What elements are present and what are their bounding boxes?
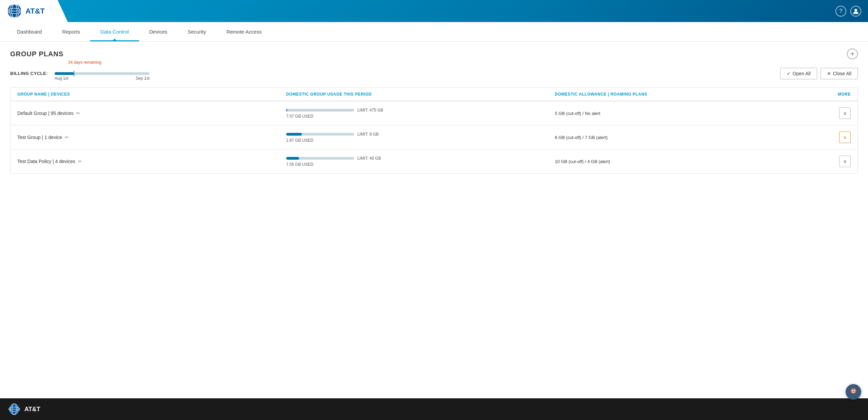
main-content: GROUP PLANS + BILLING CYCLE: 24 days rem… (0, 42, 868, 398)
usage-limit: LIMIT: 475 GB (357, 108, 383, 113)
add-group-button[interactable]: + (847, 48, 858, 59)
att-logo (7, 3, 22, 19)
brand-name: AT&T (25, 7, 45, 16)
billing-left: BILLING CYCLE: 24 days remaining Aug 1st… (10, 66, 150, 81)
usage-bar (286, 157, 354, 160)
table-row: Test Data Policy | 4 devices ✏ LIMIT: 40… (11, 149, 857, 173)
chat-fab-button[interactable] (846, 384, 861, 400)
expand-button-default[interactable]: ∨ (839, 107, 851, 119)
billing-actions: ✓ Open All ✕ Close All (780, 68, 858, 79)
checkmark-icon: ✓ (787, 71, 791, 76)
svg-point-5 (854, 9, 857, 12)
usage-bar-fill (286, 109, 287, 112)
chat-icon (849, 387, 858, 396)
edit-icon[interactable]: ✏ (65, 135, 69, 140)
svg-point-12 (852, 390, 853, 391)
col-header-usage: DOMESTIC GROUP USAGE THIS PERIOD (286, 92, 555, 97)
edit-icon[interactable]: ✏ (76, 111, 80, 116)
billing-start-date: Aug 1st (55, 76, 68, 81)
usage-bar-row: LIMIT: 40 GB (286, 156, 555, 161)
billing-bar-fill (55, 72, 74, 75)
group-name-policy: Test Data Policy | 4 devices ✏ (17, 159, 286, 164)
open-all-label: Open All (793, 71, 811, 76)
col-header-more: MORE (824, 92, 851, 97)
usage-used: 7.55 GB USED (286, 162, 555, 167)
usage-bar (286, 133, 354, 136)
usage-used: 1.87 GB USED (286, 138, 555, 143)
billing-bar-marker (74, 71, 74, 76)
usage-bar-row: LIMIT: 475 GB (286, 108, 555, 113)
nav-item-data-control[interactable]: Data Control (90, 22, 139, 41)
open-all-button[interactable]: ✓ Open All (780, 68, 817, 79)
table-header: GROUP NAME | DEVICES DOMESTIC GROUP USAG… (11, 88, 857, 101)
page-title: GROUP PLANS (10, 50, 63, 58)
nav-item-dashboard[interactable]: Dashboard (7, 22, 52, 41)
usage-cell-default: LIMIT: 475 GB 7.57 GB USED (286, 108, 555, 119)
group-name-text: Test Group | 1 device (17, 135, 62, 140)
logo-area: AT&T (0, 0, 68, 22)
usage-used: 7.57 GB USED (286, 114, 555, 119)
usage-limit: LIMIT: 40 GB (357, 156, 381, 161)
close-all-button[interactable]: ✕ Close All (821, 68, 858, 79)
svg-point-13 (854, 390, 855, 391)
billing-bar-container: 24 days remaining Aug 1st Sep 1st (55, 66, 150, 81)
usage-bar-fill (286, 133, 302, 136)
billing-label: BILLING CYCLE: (10, 71, 48, 76)
group-name-default: Default Group | 95 devices ✏ (17, 111, 286, 116)
group-name-test: Test Group | 1 device ✏ (17, 135, 286, 140)
expand-button-policy[interactable]: ∨ (839, 156, 851, 167)
chevron-down-icon: ∨ (843, 135, 847, 140)
allowance-test: 8 GB (cut-off) / 7 GB (alert) (555, 135, 824, 140)
group-name-text: Test Data Policy | 4 devices (17, 159, 75, 164)
nav-item-devices[interactable]: Devices (139, 22, 177, 41)
billing-progress-bar (55, 72, 150, 75)
nav-item-remote-access[interactable]: Remote Access (216, 22, 272, 41)
footer-att-logo (8, 403, 20, 415)
table-row: Default Group | 95 devices ✏ LIMIT: 475 … (11, 101, 857, 125)
group-name-text: Default Group | 95 devices (17, 111, 74, 116)
group-table: GROUP NAME | DEVICES DOMESTIC GROUP USAG… (10, 87, 858, 174)
nav-item-reports[interactable]: Reports (52, 22, 90, 41)
close-all-label: Close All (833, 71, 851, 76)
header: AT&T ? (0, 0, 868, 22)
chevron-down-icon: ∨ (843, 159, 847, 164)
header-actions: ? (835, 0, 868, 22)
close-x-icon: ✕ (827, 71, 831, 76)
footer: AT&T (0, 398, 868, 420)
table-row: Test Group | 1 device ✏ LIMIT: 8 GB 1.87… (11, 125, 857, 149)
edit-icon[interactable]: ✏ (78, 159, 82, 164)
usage-cell-test: LIMIT: 8 GB 1.87 GB USED (286, 132, 555, 143)
footer-brand-name: AT&T (24, 406, 40, 413)
help-icon[interactable]: ? (835, 6, 846, 17)
col-header-group-name: GROUP NAME | DEVICES (17, 92, 286, 97)
allowance-default: 5 GB (cut-off) / No alert (555, 111, 824, 116)
allowance-policy: 10 GB (cut-off) / 4 GB (alert) (555, 159, 824, 164)
usage-cell-policy: LIMIT: 40 GB 7.55 GB USED (286, 156, 555, 167)
usage-bar-fill (286, 157, 299, 160)
billing-section: BILLING CYCLE: 24 days remaining Aug 1st… (10, 66, 858, 81)
usage-bar (286, 109, 354, 112)
billing-days-remaining: 24 days remaining (68, 60, 101, 65)
chevron-down-icon: ∨ (843, 111, 847, 116)
expand-button-test[interactable]: ∨ (839, 132, 851, 143)
user-icon[interactable] (850, 6, 861, 17)
usage-bar-row: LIMIT: 8 GB (286, 132, 555, 137)
page-header: GROUP PLANS + (10, 48, 858, 59)
usage-limit: LIMIT: 8 GB (357, 132, 379, 137)
billing-end-date: Sep 1st (136, 76, 150, 81)
nav-item-security[interactable]: Security (178, 22, 216, 41)
main-nav: Dashboard Reports Data Control Devices S… (0, 22, 868, 42)
billing-dates: Aug 1st Sep 1st (55, 76, 150, 81)
col-header-allowance: DOMESTIC ALLOWANCE | ROAMING PLANS (555, 92, 824, 97)
